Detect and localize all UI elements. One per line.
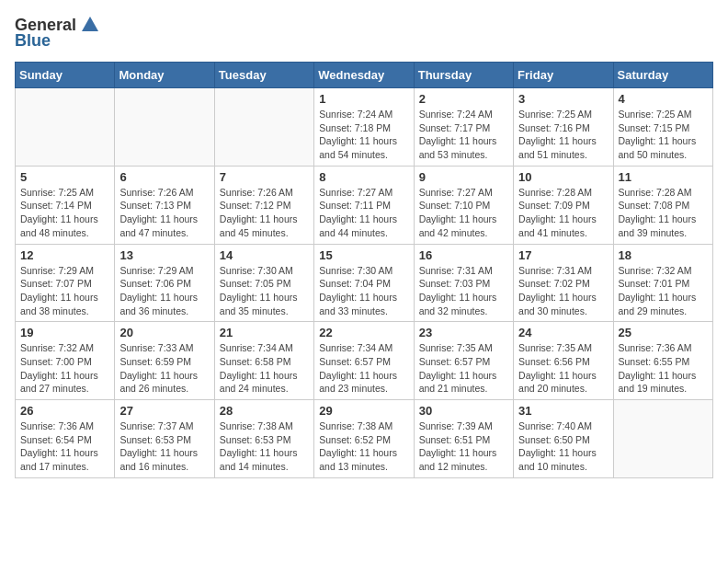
day-info: Sunrise: 7:30 AM Sunset: 7:04 PM Dayligh… bbox=[319, 264, 408, 318]
day-info: Sunrise: 7:32 AM Sunset: 7:00 PM Dayligh… bbox=[20, 341, 109, 396]
day-number: 2 bbox=[419, 92, 508, 106]
calendar-week-4: 26Sunrise: 7:36 AM Sunset: 6:54 PM Dayli… bbox=[16, 400, 713, 478]
day-info: Sunrise: 7:28 AM Sunset: 7:08 PM Dayligh… bbox=[619, 186, 708, 240]
day-info: Sunrise: 7:26 AM Sunset: 7:13 PM Dayligh… bbox=[119, 186, 209, 240]
svg-marker-0 bbox=[82, 17, 98, 31]
day-info: Sunrise: 7:26 AM Sunset: 7:12 PM Dayligh… bbox=[220, 186, 309, 240]
day-number: 7 bbox=[220, 170, 309, 184]
day-header-monday: Monday bbox=[115, 63, 214, 88]
day-info: Sunrise: 7:37 AM Sunset: 6:53 PM Dayligh… bbox=[119, 419, 209, 474]
day-number: 29 bbox=[319, 404, 408, 418]
day-number: 8 bbox=[319, 170, 408, 184]
day-number: 12 bbox=[20, 248, 109, 262]
day-info: Sunrise: 7:31 AM Sunset: 7:02 PM Dayligh… bbox=[518, 264, 608, 318]
calendar-cell bbox=[214, 88, 313, 167]
calendar-cell bbox=[115, 88, 214, 167]
day-number: 20 bbox=[119, 326, 209, 339]
day-info: Sunrise: 7:27 AM Sunset: 7:11 PM Dayligh… bbox=[319, 186, 408, 240]
day-header-tuesday: Tuesday bbox=[214, 63, 313, 88]
day-info: Sunrise: 7:25 AM Sunset: 7:15 PM Dayligh… bbox=[619, 108, 708, 162]
calendar-cell: 24Sunrise: 7:35 AM Sunset: 6:56 PM Dayli… bbox=[514, 322, 613, 400]
day-number: 24 bbox=[518, 326, 608, 339]
day-info: Sunrise: 7:27 AM Sunset: 7:10 PM Dayligh… bbox=[419, 186, 508, 240]
calendar-cell: 26Sunrise: 7:36 AM Sunset: 6:54 PM Dayli… bbox=[16, 400, 115, 478]
logo-icon bbox=[80, 15, 100, 35]
calendar-cell: 4Sunrise: 7:25 AM Sunset: 7:15 PM Daylig… bbox=[613, 88, 712, 167]
day-info: Sunrise: 7:35 AM Sunset: 6:56 PM Dayligh… bbox=[518, 341, 608, 396]
calendar-cell: 11Sunrise: 7:28 AM Sunset: 7:08 PM Dayli… bbox=[613, 166, 712, 244]
day-info: Sunrise: 7:38 AM Sunset: 6:53 PM Dayligh… bbox=[220, 419, 309, 474]
calendar-cell: 7Sunrise: 7:26 AM Sunset: 7:12 PM Daylig… bbox=[214, 166, 313, 244]
day-number: 27 bbox=[119, 404, 209, 418]
calendar-cell: 14Sunrise: 7:30 AM Sunset: 7:05 PM Dayli… bbox=[214, 244, 313, 322]
day-info: Sunrise: 7:33 AM Sunset: 6:59 PM Dayligh… bbox=[119, 341, 209, 396]
calendar-cell: 19Sunrise: 7:32 AM Sunset: 7:00 PM Dayli… bbox=[16, 322, 115, 400]
day-number: 28 bbox=[220, 404, 309, 418]
day-number: 26 bbox=[20, 404, 109, 418]
day-number: 9 bbox=[419, 170, 508, 184]
day-number: 1 bbox=[319, 92, 408, 106]
calendar-cell: 10Sunrise: 7:28 AM Sunset: 7:09 PM Dayli… bbox=[514, 166, 613, 244]
day-info: Sunrise: 7:24 AM Sunset: 7:17 PM Dayligh… bbox=[419, 108, 508, 162]
calendar-cell bbox=[613, 400, 712, 478]
calendar-cell: 9Sunrise: 7:27 AM Sunset: 7:10 PM Daylig… bbox=[414, 166, 513, 244]
day-info: Sunrise: 7:39 AM Sunset: 6:51 PM Dayligh… bbox=[419, 419, 508, 474]
calendar-cell: 13Sunrise: 7:29 AM Sunset: 7:06 PM Dayli… bbox=[115, 244, 214, 322]
day-number: 13 bbox=[119, 248, 209, 262]
day-info: Sunrise: 7:35 AM Sunset: 6:57 PM Dayligh… bbox=[419, 341, 508, 396]
day-number: 15 bbox=[319, 248, 408, 262]
calendar-table: SundayMondayTuesdayWednesdayThursdayFrid… bbox=[15, 62, 713, 478]
calendar-week-3: 19Sunrise: 7:32 AM Sunset: 7:00 PM Dayli… bbox=[16, 322, 713, 400]
calendar-cell: 17Sunrise: 7:31 AM Sunset: 7:02 PM Dayli… bbox=[514, 244, 613, 322]
day-header-thursday: Thursday bbox=[414, 63, 513, 88]
calendar-cell: 23Sunrise: 7:35 AM Sunset: 6:57 PM Dayli… bbox=[414, 322, 513, 400]
day-info: Sunrise: 7:30 AM Sunset: 7:05 PM Dayligh… bbox=[220, 264, 309, 318]
day-number: 30 bbox=[419, 404, 508, 418]
calendar-cell: 27Sunrise: 7:37 AM Sunset: 6:53 PM Dayli… bbox=[115, 400, 214, 478]
day-info: Sunrise: 7:31 AM Sunset: 7:03 PM Dayligh… bbox=[419, 264, 508, 318]
calendar-cell: 21Sunrise: 7:34 AM Sunset: 6:58 PM Dayli… bbox=[214, 322, 313, 400]
day-info: Sunrise: 7:34 AM Sunset: 6:58 PM Dayligh… bbox=[220, 341, 309, 396]
day-header-wednesday: Wednesday bbox=[314, 63, 414, 88]
day-number: 11 bbox=[619, 170, 708, 184]
calendar-cell: 20Sunrise: 7:33 AM Sunset: 6:59 PM Dayli… bbox=[115, 322, 214, 400]
calendar-week-1: 5Sunrise: 7:25 AM Sunset: 7:14 PM Daylig… bbox=[16, 166, 713, 244]
calendar-cell: 1Sunrise: 7:24 AM Sunset: 7:18 PM Daylig… bbox=[314, 88, 414, 167]
day-number: 10 bbox=[518, 170, 608, 184]
day-info: Sunrise: 7:36 AM Sunset: 6:54 PM Dayligh… bbox=[20, 419, 109, 474]
calendar-cell: 5Sunrise: 7:25 AM Sunset: 7:14 PM Daylig… bbox=[16, 166, 115, 244]
day-info: Sunrise: 7:36 AM Sunset: 6:55 PM Dayligh… bbox=[619, 341, 708, 396]
day-info: Sunrise: 7:28 AM Sunset: 7:09 PM Dayligh… bbox=[518, 186, 608, 240]
day-number: 18 bbox=[619, 248, 708, 262]
day-info: Sunrise: 7:40 AM Sunset: 6:50 PM Dayligh… bbox=[518, 419, 608, 474]
calendar-week-2: 12Sunrise: 7:29 AM Sunset: 7:07 PM Dayli… bbox=[16, 244, 713, 322]
day-number: 17 bbox=[518, 248, 608, 262]
day-number: 6 bbox=[119, 170, 209, 184]
day-number: 5 bbox=[20, 170, 109, 184]
calendar-cell: 12Sunrise: 7:29 AM Sunset: 7:07 PM Dayli… bbox=[16, 244, 115, 322]
day-number: 22 bbox=[319, 326, 408, 339]
day-info: Sunrise: 7:25 AM Sunset: 7:16 PM Dayligh… bbox=[518, 108, 608, 162]
calendar-cell bbox=[16, 88, 115, 167]
calendar-cell: 2Sunrise: 7:24 AM Sunset: 7:17 PM Daylig… bbox=[414, 88, 513, 167]
calendar-cell: 31Sunrise: 7:40 AM Sunset: 6:50 PM Dayli… bbox=[514, 400, 613, 478]
calendar-cell: 25Sunrise: 7:36 AM Sunset: 6:55 PM Dayli… bbox=[613, 322, 712, 400]
day-info: Sunrise: 7:29 AM Sunset: 7:07 PM Dayligh… bbox=[20, 264, 109, 318]
calendar-week-0: 1Sunrise: 7:24 AM Sunset: 7:18 PM Daylig… bbox=[16, 88, 713, 167]
day-info: Sunrise: 7:24 AM Sunset: 7:18 PM Dayligh… bbox=[319, 108, 408, 162]
calendar-cell: 8Sunrise: 7:27 AM Sunset: 7:11 PM Daylig… bbox=[314, 166, 414, 244]
calendar-cell: 30Sunrise: 7:39 AM Sunset: 6:51 PM Dayli… bbox=[414, 400, 513, 478]
calendar-cell: 16Sunrise: 7:31 AM Sunset: 7:03 PM Dayli… bbox=[414, 244, 513, 322]
day-info: Sunrise: 7:29 AM Sunset: 7:06 PM Dayligh… bbox=[119, 264, 209, 318]
day-number: 19 bbox=[20, 326, 109, 339]
day-number: 4 bbox=[619, 92, 708, 106]
day-header-saturday: Saturday bbox=[613, 63, 712, 88]
calendar-cell: 22Sunrise: 7:34 AM Sunset: 6:57 PM Dayli… bbox=[314, 322, 414, 400]
calendar-cell: 15Sunrise: 7:30 AM Sunset: 7:04 PM Dayli… bbox=[314, 244, 414, 322]
logo: General Blue bbox=[15, 15, 100, 51]
calendar-cell: 18Sunrise: 7:32 AM Sunset: 7:01 PM Dayli… bbox=[613, 244, 712, 322]
day-header-sunday: Sunday bbox=[16, 63, 115, 88]
day-header-friday: Friday bbox=[514, 63, 613, 88]
day-number: 23 bbox=[419, 326, 508, 339]
calendar-cell: 28Sunrise: 7:38 AM Sunset: 6:53 PM Dayli… bbox=[214, 400, 313, 478]
